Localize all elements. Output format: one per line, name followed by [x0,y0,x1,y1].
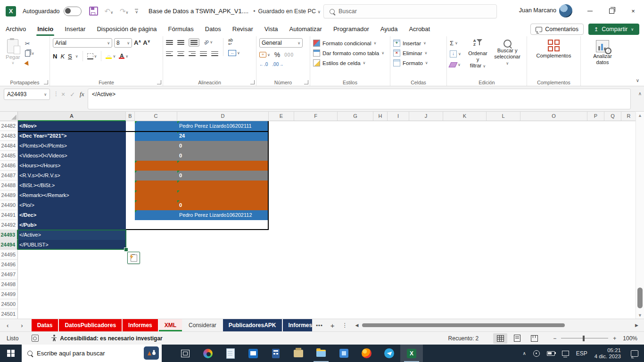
file-explorer-button[interactable] [310,345,332,362]
avatar[interactable] [559,4,572,17]
copy-button[interactable]: ∨ [25,49,34,57]
excel-taskbar-button[interactable]: X [400,345,423,362]
cell-A24490[interactable]: <Pio/> [18,200,126,210]
prev-sheet-icon[interactable]: ‹ [7,322,8,329]
percent-style-button[interactable]: % [274,51,280,58]
save-status[interactable]: •Guardado en Este PC ∨ [253,8,321,15]
row-header-24497[interactable]: 24497 [0,270,18,280]
find-select-button[interactable]: Buscar y seleccionar ∨ [491,38,524,78]
zoom-out-button[interactable]: − [553,335,556,342]
photos-app-button[interactable] [332,345,355,362]
cell-A24489[interactable]: <Remark></Remark> [18,190,126,200]
paste-button[interactable]: Pegar∨ [3,38,23,67]
column-header-C[interactable]: C [135,112,177,121]
autosave-toggle[interactable] [64,7,82,16]
tab-archivo[interactable]: Archivo [0,23,32,36]
comma-style-button[interactable]: 000 [284,52,294,58]
cell-styles-button[interactable]: Estilos de celda∨ [313,58,387,68]
zoom-level[interactable]: 100% [623,335,637,342]
formula-input[interactable]: </Active> [88,89,631,109]
restore-button[interactable] [601,0,622,22]
tab-formulas[interactable]: Fórmulas [163,23,199,36]
undo-icon[interactable]: ↶∨ [105,7,113,16]
sheet-options-icon[interactable]: ⋮ [342,322,348,329]
paste-options-button[interactable] [127,252,140,264]
column-header-F[interactable]: F [294,112,338,121]
sheet-tab-informes[interactable]: Informes [123,319,158,331]
number-format-select[interactable]: General∨ [259,38,303,48]
column-header-B[interactable]: B [126,112,135,121]
tab-vista[interactable]: Vista [259,23,284,36]
borders-button[interactable]: ∨ [87,53,97,59]
column-header-K[interactable]: K [443,112,487,121]
cells-CD-24482[interactable]: Pedro Perez Lizardo106202111 [135,121,269,131]
sheet-tab-datospublicadores[interactable]: DatosPublicadores [59,319,122,331]
comments-button[interactable]: Comentarios [530,24,584,35]
row-header-24484[interactable]: 24484 [0,141,18,151]
rotation-lock-icon[interactable] [533,350,540,357]
wrap-text-button[interactable]: ab↩ [228,38,240,46]
telegram-button[interactable] [378,345,400,362]
decrease-decimal-button[interactable]: .00→ [272,62,283,67]
number-dialog-launcher-icon[interactable] [304,80,308,84]
delete-cells-button[interactable]: ×Eliminar∨ [393,48,444,58]
horizontal-scrollbar[interactable]: ◀ ▶ [352,319,640,331]
decrease-indent-icon[interactable] [200,51,207,56]
tray-expand-icon[interactable]: ∧ [522,351,526,356]
cell-A24492[interactable]: </Pub> [18,220,126,230]
tab-insertar[interactable]: Insertar [59,23,91,36]
shrink-font-button[interactable]: A∨ [143,39,150,46]
fill-button[interactable]: ↓∨ [450,50,461,58]
row-header-24494[interactable]: 24494 [0,240,18,250]
cell-A24483[interactable]: <Dec Year="2021"> [18,131,126,141]
row-header-24486[interactable]: 24486 [0,161,18,171]
column-header-Q[interactable]: Q [604,112,621,121]
normal-view-button[interactable] [493,333,507,344]
cells-CD-24491[interactable]: Pedro Perez Lizardo106202112 [135,210,269,220]
cells-CD-24484[interactable]: 0 [135,141,269,151]
row-header-24483[interactable]: 24483 [0,131,18,141]
column-header-I[interactable]: I [388,112,409,121]
column-header-G[interactable]: G [338,112,373,121]
notepad-app-button[interactable] [219,345,242,362]
conditional-formatting-button[interactable]: Formato condicional∨ [313,38,387,48]
align-center-icon[interactable] [177,51,184,56]
addins-button[interactable]: Complementos [530,38,578,59]
page-layout-view-button[interactable] [510,333,524,344]
cell-A24486[interactable]: <Hours></Hours> [18,161,126,171]
fill-handle[interactable] [124,247,128,252]
horizontal-scrollbar-thumb[interactable] [362,323,565,327]
mail-app-button[interactable] [242,345,264,362]
row-header-24493[interactable]: 24493 [0,230,18,240]
name-box[interactable]: A24493∨ [4,89,50,100]
cells-CD-24488[interactable] [135,181,269,190]
tab-revisar[interactable]: Revisar [227,23,259,36]
sheet-tab-publicadoresapk[interactable]: PublicadoresAPK [223,319,282,331]
redo-icon[interactable]: ↷∨ [120,7,128,16]
cell-A24484[interactable]: <Plcmts>0</Plcmts> [18,141,126,151]
vertical-scrollbar[interactable]: ▲ ▼ [636,112,644,319]
scroll-up-icon[interactable]: ▲ [636,113,644,118]
row-header-24495[interactable]: 24495 [0,250,18,260]
sheet-tab-xml[interactable]: XML [159,319,182,331]
italic-button[interactable]: K [60,53,65,60]
column-header-P[interactable]: P [587,112,604,121]
save-icon[interactable] [89,7,98,16]
row-header-24489[interactable]: 24489 [0,190,18,200]
collapse-ribbon-icon[interactable]: ∨ [636,78,639,83]
autosum-button[interactable]: Σ∨ [450,39,461,47]
column-header-L[interactable]: L [487,112,520,121]
cells-CD-24490[interactable]: 0 [135,200,269,210]
cell-A24491[interactable]: </Dec> [18,210,126,220]
next-sheet-icon[interactable]: › [21,322,23,329]
language-indicator[interactable]: ESP [576,350,587,357]
alignment-dialog-launcher-icon[interactable] [250,80,255,84]
column-header-J[interactable]: J [409,112,443,121]
accessibility-status[interactable]: Accesibilidad: es necesario investigar [51,335,162,342]
sheet-tab-considerar[interactable]: Considerar [183,319,222,331]
column-header-R[interactable]: R [621,112,636,121]
firefox-button[interactable] [355,345,378,362]
cells-CD-24483[interactable]: 24 [135,131,269,141]
column-header-D[interactable]: D [177,112,269,121]
underline-chevron-icon[interactable]: ∨ [75,54,78,58]
